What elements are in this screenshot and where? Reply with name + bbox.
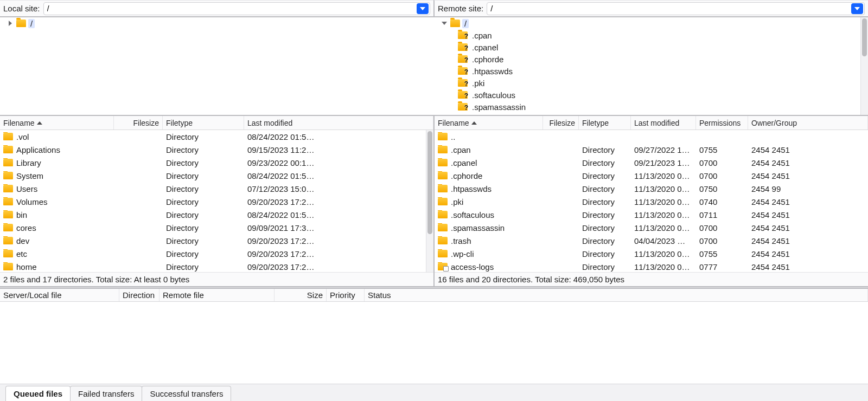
table-row[interactable]: .cpanDirectory09/27/2022 1…07552454 2451 [435, 143, 868, 156]
file-modified: 09/20/2023 17:2… [244, 197, 426, 206]
table-row[interactable]: coresDirectory09/09/2021 17:3… [0, 221, 426, 234]
file-name: Users [16, 184, 37, 193]
remote-path-input[interactable] [490, 4, 850, 13]
table-row[interactable]: LibraryDirectory09/23/2022 00:1… [0, 156, 426, 169]
tab-failed-transfers[interactable]: Failed transfers [70, 386, 142, 401]
remote-tree-scrollbar[interactable] [860, 17, 868, 115]
disclosure-triangle-icon[interactable] [441, 20, 448, 27]
table-row[interactable]: homeDirectory09/20/2023 17:2… [0, 260, 426, 272]
file-type: Directory [579, 210, 631, 219]
remote-tree-item[interactable]: .cpan [434, 29, 860, 41]
column-header-filesize[interactable]: Filesize [114, 116, 163, 130]
column-label: Priority [330, 290, 355, 300]
file-modified: 11/13/2020 0… [631, 197, 696, 206]
local-path-dropdown-button[interactable] [417, 3, 429, 14]
folder-icon [3, 250, 13, 257]
folder-icon [438, 133, 448, 140]
file-permissions: 0755 [696, 249, 748, 258]
local-tree-root[interactable]: / [0, 17, 434, 29]
table-row[interactable]: .. [435, 130, 868, 143]
remote-list-body[interactable]: ...cpanDirectory09/27/2022 1…07552454 24… [435, 130, 868, 272]
column-label: Filesize [133, 119, 159, 127]
file-type: Directory [579, 145, 631, 154]
column-header-size[interactable]: Size [275, 289, 327, 301]
table-row[interactable]: access-logsDirectory11/13/2020 0…0777245… [435, 260, 868, 272]
table-row[interactable]: UsersDirectory07/12/2023 15:0… [0, 182, 426, 195]
file-modified: 11/13/2020 0… [631, 249, 696, 258]
disclosure-triangle-icon[interactable] [7, 20, 14, 27]
file-list-panes: Filename Filesize Filetype Last modified… [0, 116, 868, 287]
folder-unknown-icon [458, 79, 468, 87]
table-row[interactable]: .spamassassinDirectory11/13/2020 0…07002… [435, 221, 868, 234]
remote-tree-item[interactable]: .softaculous [434, 89, 860, 101]
scrollbar-thumb[interactable] [862, 18, 867, 56]
table-row[interactable]: .htpasswdsDirectory11/13/2020 0…07502454… [435, 182, 868, 195]
path-bars: Local site: Remote site: [0, 0, 868, 17]
remote-tree-item[interactable]: .cpanel [434, 41, 860, 53]
file-type: Directory [163, 158, 244, 167]
remote-tree-item[interactable]: .htpasswds [434, 65, 860, 77]
local-path-input[interactable] [47, 4, 416, 13]
table-row[interactable]: binDirectory08/24/2022 01:5… [0, 208, 426, 221]
column-header-modified[interactable]: Last modified [631, 116, 696, 130]
remote-tree-root[interactable]: / [434, 17, 860, 29]
remote-site-label: Remote site: [438, 4, 487, 13]
tab-queued-files[interactable]: Queued files [5, 386, 71, 401]
column-header-modified[interactable]: Last modified [244, 116, 433, 130]
column-header-filetype[interactable]: Filetype [163, 116, 244, 130]
column-label: Last modified [634, 119, 679, 127]
table-row[interactable]: .pkiDirectory11/13/2020 0…07402454 2451 [435, 195, 868, 208]
column-header-permissions[interactable]: Permissions [696, 116, 748, 130]
tree-item-label: .cpanel [470, 43, 500, 52]
remote-tree[interactable]: / .cpan.cpanel.cphorde.htpasswds.pki.sof… [434, 17, 860, 115]
local-list-body[interactable]: .volDirectory08/24/2022 01:5…Application… [0, 130, 426, 272]
column-header-filesize[interactable]: Filesize [543, 116, 579, 130]
column-label: Owner/Group [751, 119, 797, 127]
bottom-tabs: Queued files Failed transfers Successful… [0, 384, 868, 401]
remote-tree-item[interactable]: .cphorde [434, 53, 860, 65]
column-label: Filetype [582, 119, 609, 127]
table-row[interactable]: .trashDirectory04/04/2023 …07002454 2451 [435, 234, 868, 247]
scrollbar-thumb[interactable] [427, 131, 432, 234]
file-type: Directory [579, 249, 631, 258]
column-header-filename[interactable]: Filename [435, 116, 543, 130]
folder-icon [3, 224, 13, 231]
column-label: Last modified [247, 119, 292, 127]
table-row[interactable]: .cpanelDirectory09/21/2023 1…07002454 24… [435, 156, 868, 169]
column-header-remote-file[interactable]: Remote file [159, 289, 275, 301]
remote-tree-item[interactable]: .spamassassin [434, 101, 860, 113]
column-header-priority[interactable]: Priority [327, 289, 365, 301]
column-header-server-local[interactable]: Server/Local file [0, 289, 119, 301]
local-tree[interactable]: / [0, 17, 434, 115]
column-header-filename[interactable]: Filename [0, 116, 114, 130]
table-row[interactable]: .cphordeDirectory11/13/2020 0…07002454 2… [435, 169, 868, 182]
column-header-direction[interactable]: Direction [119, 289, 159, 301]
local-site-label: Local site: [3, 4, 43, 13]
remote-tree-item[interactable]: .pki [434, 77, 860, 89]
table-row[interactable]: etcDirectory09/20/2023 17:2… [0, 247, 426, 260]
file-modified: 09/15/2023 11:2… [244, 145, 426, 154]
column-header-filetype[interactable]: Filetype [579, 116, 631, 130]
column-header-owner[interactable]: Owner/Group [748, 116, 868, 130]
remote-path-input-wrap[interactable] [487, 2, 865, 15]
table-row[interactable]: .volDirectory08/24/2022 01:5… [0, 130, 426, 143]
table-row[interactable]: SystemDirectory08/24/2022 01:5… [0, 169, 426, 182]
queue-body[interactable] [0, 302, 868, 384]
local-list-scrollbar[interactable] [426, 130, 433, 272]
table-row[interactable]: VolumesDirectory09/20/2023 17:2… [0, 195, 426, 208]
table-row[interactable]: devDirectory09/20/2023 17:2… [0, 234, 426, 247]
folder-icon [438, 224, 448, 231]
folder-icon [3, 185, 13, 192]
file-owner: 2454 2451 [748, 210, 868, 219]
table-row[interactable]: .wp-cliDirectory11/13/2020 0…07552454 24… [435, 247, 868, 260]
table-row[interactable]: .softaculousDirectory11/13/2020 0…071124… [435, 208, 868, 221]
folder-icon [438, 198, 448, 205]
file-owner: 2454 2451 [748, 262, 868, 271]
file-type: Directory [579, 171, 631, 180]
column-header-status[interactable]: Status [365, 289, 868, 301]
file-name: bin [16, 210, 27, 219]
tab-successful-transfers[interactable]: Successful transfers [142, 386, 231, 401]
local-path-input-wrap[interactable] [43, 2, 430, 15]
remote-path-dropdown-button[interactable] [851, 3, 863, 14]
table-row[interactable]: ApplicationsDirectory09/15/2023 11:2… [0, 143, 426, 156]
